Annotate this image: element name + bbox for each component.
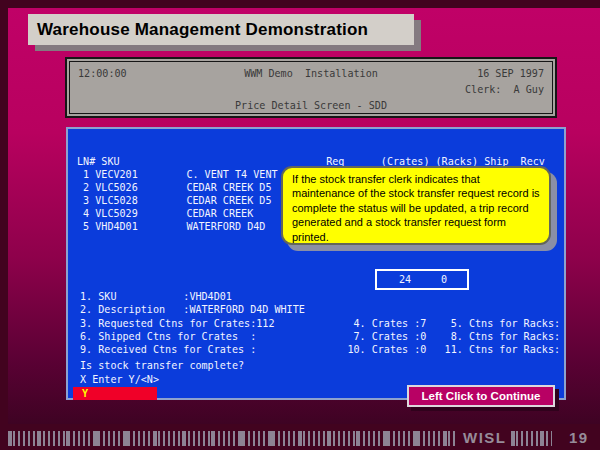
slide-title: Warehouse Management Demonstration — [37, 20, 368, 40]
footer-brand: WISL — [463, 429, 507, 446]
system-name: WWM Demo Installation — [244, 66, 378, 82]
response-input[interactable]: Y — [73, 387, 157, 400]
detail-fields: 1. SKU :VHD4D01 2. Description :WATERFOR… — [80, 290, 560, 356]
continue-button-label: Left Click to Continue — [422, 390, 541, 402]
status-row-3: Price Detail Screen - SDD — [78, 98, 544, 114]
racks-total: 0 — [441, 272, 447, 287]
slide-title-box: Warehouse Management Demonstration — [28, 14, 414, 45]
detail-line-sku: 1. SKU :VHD4D01 — [80, 290, 560, 303]
detail-line-shipped: 6. Shipped Ctns for Crates : 7. Crates :… — [80, 330, 560, 343]
detail-line-requested: 3. Requested Ctns for Crates:112 4. Crat… — [80, 317, 560, 330]
callout-text: If the stock transfer clerk indicates th… — [292, 172, 540, 244]
clock-time: 12:00:00 — [78, 66, 244, 82]
status-row-2: Clerk: A Guy — [78, 82, 544, 98]
date-display: 16 SEP 1997 — [378, 66, 544, 82]
barcode-decoration-left — [8, 431, 455, 446]
slide: Warehouse Management Demonstration 12:00… — [0, 0, 600, 450]
prompt-instruction: X Enter Y/<N> — [80, 373, 244, 387]
clerk-name: Clerk: A Guy — [465, 84, 544, 95]
prompt-block: Is stock transfer complete? X Enter Y/<N… — [80, 359, 244, 386]
detail-line-description: 2. Description :WATERFORD D4D WHITE — [80, 303, 560, 316]
terminal-status-bar: 12:00:00 WWM Demo Installation 16 SEP 19… — [65, 57, 557, 118]
terminal-status-bar-inner: 12:00:00 WWM Demo Installation 16 SEP 19… — [69, 61, 553, 114]
prompt-question: Is stock transfer complete? — [80, 359, 244, 373]
response-input-value: Y — [82, 387, 88, 400]
status-row-1: 12:00:00 WWM Demo Installation 16 SEP 19… — [78, 66, 544, 82]
totals-box: 24 0 — [375, 269, 469, 290]
continue-button[interactable]: Left Click to Continue — [407, 385, 555, 407]
callout-note: If the stock transfer clerk indicates th… — [281, 166, 551, 245]
crates-total: 24 — [399, 272, 411, 287]
detail-line-received: 9. Received Ctns for Crates : 10. Crates… — [80, 343, 560, 356]
screen-title: Price Detail Screen - SDD — [235, 100, 387, 111]
page-number: 19 — [569, 429, 589, 446]
barcode-decoration-right — [511, 431, 552, 446]
